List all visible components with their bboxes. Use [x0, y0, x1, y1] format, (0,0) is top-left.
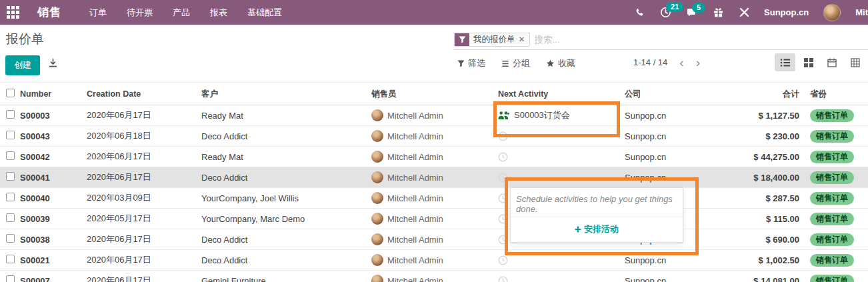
- favorites-button[interactable]: 收藏: [546, 57, 575, 69]
- header-next-activity[interactable]: Next Activity: [498, 89, 625, 99]
- row-checkbox[interactable]: [6, 131, 15, 139]
- table-row[interactable]: S00042 2020年06月17日 Ready Mat Mitchell Ad…: [0, 147, 868, 167]
- filters-button[interactable]: 筛选: [457, 57, 485, 69]
- sales-quotation-page: 销售 订单 待开票 产品 报表 基础配置 21 5: [0, 0, 868, 282]
- cell-customer: Deco Addict: [201, 173, 371, 183]
- create-button[interactable]: 创建: [5, 55, 40, 75]
- cell-total: $ 1,127.50: [725, 111, 799, 121]
- table-row[interactable]: S00039 2020年05月17日 YourCompany, Marc Dem…: [0, 209, 868, 229]
- user-name[interactable]: Mit: [855, 7, 868, 17]
- schedule-activity-button[interactable]: 安排活动: [575, 223, 619, 235]
- pivot-view-button[interactable]: [845, 53, 865, 71]
- user-avatar[interactable]: [823, 4, 841, 21]
- list-view-button[interactable]: [775, 53, 795, 71]
- star-icon: [546, 59, 555, 67]
- cell-creation-date: 2020年06月17日: [87, 109, 201, 121]
- schedule-activity-clock-icon[interactable]: [498, 235, 508, 245]
- row-checkbox[interactable]: [6, 275, 15, 282]
- select-all-checkbox[interactable]: [6, 89, 15, 97]
- activity-clock-icon[interactable]: 21: [660, 7, 671, 18]
- header-salesperson[interactable]: 销售员: [371, 89, 498, 100]
- gift-icon[interactable]: [713, 7, 724, 18]
- header-customer[interactable]: 客户: [201, 89, 371, 100]
- table-row[interactable]: S00038 2020年06月17日 Deco Addict Mitchell …: [0, 229, 868, 250]
- cell-customer: Deco Addict: [201, 235, 371, 245]
- group-by-button[interactable]: 分组: [501, 57, 530, 69]
- table-row[interactable]: S00021 2020年06月17日 Deco Addict Mitchell …: [0, 250, 868, 271]
- row-checkbox[interactable]: [6, 172, 15, 181]
- pager-previous-icon[interactable]: ‹: [679, 58, 683, 67]
- phone-icon[interactable]: [635, 7, 645, 18]
- row-checkbox[interactable]: [6, 255, 15, 263]
- row-checkbox[interactable]: [6, 151, 15, 160]
- menu-item-products[interactable]: 产品: [171, 0, 191, 25]
- menu-item-orders[interactable]: 订单: [88, 0, 108, 25]
- table-row[interactable]: S00007 2020年06月17日 Gemini Furniture Mitc…: [0, 271, 868, 282]
- salesperson-avatar: [371, 171, 383, 183]
- table-header-row: Number Creation Date 客户 销售员 Next Activit…: [0, 83, 868, 105]
- salesperson-avatar: [371, 151, 383, 163]
- messages-icon[interactable]: 5: [686, 7, 698, 18]
- cell-next-activity[interactable]: S00003订货会: [514, 109, 570, 121]
- cell-customer: Deco Addict: [201, 255, 371, 265]
- cell-salesperson: Mitchell Admin: [387, 131, 443, 141]
- row-checkbox[interactable]: [6, 193, 15, 201]
- schedule-activity-clock-icon[interactable]: [498, 276, 508, 282]
- state-badge: 销售订单: [810, 254, 854, 267]
- schedule-activity-clock-icon[interactable]: [498, 255, 508, 265]
- cell-creation-date: 2020年06月17日: [87, 254, 201, 266]
- salesperson-avatar: [371, 254, 383, 266]
- tools-icon[interactable]: [739, 7, 749, 18]
- schedule-activity-clock-icon[interactable]: [498, 131, 508, 141]
- header-creation-date[interactable]: Creation Date: [87, 89, 201, 99]
- kanban-view-button[interactable]: [798, 53, 819, 71]
- schedule-activity-clock-icon[interactable]: [498, 193, 508, 203]
- search-input[interactable]: [535, 35, 868, 45]
- schedule-activity-clock-icon[interactable]: [498, 173, 508, 183]
- apps-menu-icon[interactable]: [0, 0, 25, 25]
- cell-total: $ 18,400.00: [725, 173, 799, 183]
- cell-creation-date: 2020年06月17日: [87, 275, 201, 282]
- funnel-icon: [457, 60, 465, 67]
- pager-next-icon[interactable]: ›: [696, 58, 700, 67]
- header-total[interactable]: 合计: [725, 89, 799, 100]
- facet-remove-icon[interactable]: ✕: [519, 35, 525, 43]
- cell-customer: YourCompany, Marc Demo: [201, 214, 371, 224]
- menu-item-reports[interactable]: 报表: [209, 0, 229, 25]
- schedule-activity-popover: Schedule activities to help you get thin…: [510, 187, 683, 243]
- cell-company: Sunpop.cn: [625, 276, 725, 282]
- app-title[interactable]: 销售: [37, 5, 61, 20]
- calendar-view-button[interactable]: [821, 53, 842, 71]
- table-row[interactable]: S00043 2020年06月18日 Deco Addict Mitchell …: [0, 126, 868, 147]
- cell-creation-date: 2020年06月18日: [87, 130, 201, 142]
- menu-item-configuration[interactable]: 基础配置: [246, 0, 283, 25]
- cell-company: Sunpop.cn: [625, 255, 725, 265]
- export-download-icon[interactable]: [48, 58, 58, 70]
- header-company[interactable]: 公司: [625, 89, 725, 100]
- state-badge: 销售订单: [810, 213, 854, 225]
- cell-customer: YourCompany, Joel Willis: [201, 193, 371, 203]
- pager: 1-14 / 14 ‹ ›: [633, 57, 700, 67]
- cell-number: S00039: [20, 214, 87, 224]
- cell-total: $ 44,275.00: [725, 152, 799, 162]
- schedule-activity-clock-icon[interactable]: [498, 152, 508, 162]
- table-row[interactable]: S00041 2020年06月17日 Deco Addict Mitchell …: [0, 167, 868, 188]
- main-menu: 订单 待开票 产品 报表 基础配置: [88, 0, 283, 25]
- row-checkbox[interactable]: [6, 110, 15, 119]
- row-checkbox[interactable]: [6, 234, 15, 243]
- cell-salesperson: Mitchell Admin: [387, 255, 443, 265]
- header-state[interactable]: 省份: [799, 89, 868, 100]
- cell-number: S00041: [20, 173, 87, 183]
- activity-count-badge: 21: [666, 2, 683, 12]
- header-number[interactable]: Number: [20, 89, 87, 99]
- table-row[interactable]: S00003 2020年06月17日 Ready Mat Mitchell Ad…: [0, 105, 868, 126]
- salesperson-avatar: [371, 109, 383, 121]
- menu-item-to-invoice[interactable]: 待开票: [125, 0, 154, 25]
- table-row[interactable]: S00040 2020年03月09日 YourCompany, Joel Wil…: [0, 188, 868, 209]
- cell-creation-date: 2020年06月17日: [87, 171, 201, 183]
- row-checkbox[interactable]: [6, 213, 15, 222]
- schedule-activity-clock-icon[interactable]: [498, 214, 508, 224]
- cell-customer: Ready Mat: [201, 111, 371, 121]
- company-switcher[interactable]: Sunpop.cn: [764, 7, 809, 17]
- state-badge: 销售订单: [810, 171, 854, 184]
